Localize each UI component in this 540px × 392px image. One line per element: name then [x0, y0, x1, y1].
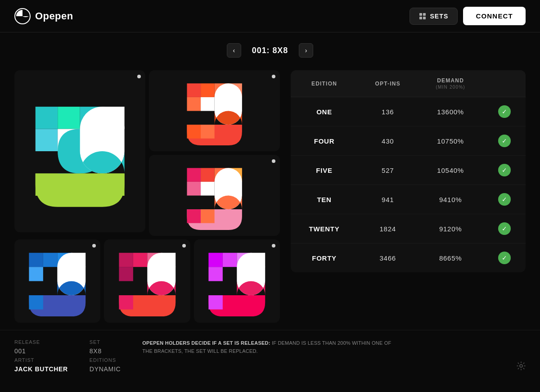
- app-title: Opepen: [35, 10, 73, 22]
- table-row: ONE 136 13600% ✓: [291, 97, 526, 126]
- header-actions: SETS CONNECT: [410, 7, 526, 25]
- art-svg-5: [111, 246, 184, 316]
- check-icon: ✓: [498, 222, 511, 235]
- table-row: TWENTY 1824 9120% ✓: [291, 214, 526, 243]
- demand-cell: 8665%: [418, 243, 483, 273]
- table-row: TEN 941 9410% ✓: [291, 185, 526, 214]
- svg-rect-38: [133, 253, 147, 267]
- set-value: 8X8: [90, 347, 121, 355]
- page-navigation: ‹ 001: 8X8 ›: [0, 32, 540, 67]
- footer-bar: RELEASE 001 ARTIST JACK BUTCHER SET 8X8 …: [0, 330, 540, 380]
- svg-rect-47: [208, 267, 222, 281]
- optins-cell: 941: [358, 185, 418, 214]
- next-button[interactable]: ›: [299, 43, 313, 58]
- sets-button[interactable]: SETS: [410, 8, 458, 25]
- status-cell: ✓: [483, 97, 526, 126]
- svg-rect-35: [29, 267, 43, 281]
- art-card-bot-1[interactable]: [14, 239, 100, 323]
- editions-value: DYNAMIC: [90, 365, 121, 373]
- demand-cell: 9120%: [418, 214, 483, 243]
- optins-cell: 136: [358, 97, 418, 126]
- status-cell: ✓: [483, 214, 526, 243]
- footer-description: OPEPEN HOLDERS DECIDE IF A SET IS RELEAS…: [142, 339, 394, 355]
- art-svg-6: [200, 246, 274, 316]
- art-card-top-right[interactable]: [149, 70, 280, 151]
- svg-rect-23: [187, 168, 201, 182]
- logo-area: Opepen: [14, 8, 73, 24]
- svg-rect-31: [29, 253, 43, 267]
- artist-value: JACK BUTCHER: [14, 365, 68, 373]
- table-row: FIVE 527 10540% ✓: [291, 156, 526, 185]
- main-content: EDITION OPT-INS DEMAND (MIN 200%) ONE 13…: [0, 67, 540, 323]
- release-value: 001: [14, 347, 68, 355]
- top-grid: [14, 70, 280, 239]
- svg-rect-48: [208, 295, 222, 309]
- svg-rect-1: [419, 13, 422, 16]
- art-svg-3: [159, 161, 270, 230]
- table-area: EDITION OPT-INS DEMAND (MIN 200%) ONE 13…: [291, 70, 526, 323]
- table-row: FORTY 3466 8665% ✓: [291, 243, 526, 273]
- dot-indicator-2: [272, 75, 275, 78]
- check-icon: ✓: [498, 164, 511, 176]
- art-card-mid-right[interactable]: [149, 155, 280, 236]
- editions-label: EDITIONS: [90, 357, 121, 363]
- art-main-svg: [24, 82, 135, 220]
- svg-rect-15: [187, 83, 201, 97]
- dot-indicator: [137, 75, 141, 78]
- status-cell: ✓: [483, 126, 526, 156]
- status-cell: ✓: [483, 243, 526, 273]
- footer-left: RELEASE 001 ARTIST JACK BUTCHER SET 8X8 …: [14, 339, 121, 373]
- svg-rect-4: [423, 17, 426, 19]
- check-icon: ✓: [498, 252, 511, 264]
- demand-table: EDITION OPT-INS DEMAND (MIN 200%) ONE 13…: [291, 70, 526, 272]
- svg-rect-2: [423, 13, 426, 16]
- svg-rect-37: [119, 253, 133, 267]
- logo-icon: [14, 8, 31, 24]
- svg-rect-30: [201, 209, 215, 223]
- svg-rect-36: [29, 295, 43, 309]
- art-svg-2: [159, 77, 270, 145]
- svg-rect-27: [187, 181, 201, 195]
- svg-rect-21: [187, 125, 201, 139]
- status-cell: ✓: [483, 156, 526, 185]
- svg-rect-22: [201, 125, 215, 139]
- set-label: SET: [90, 339, 121, 345]
- art-card-main[interactable]: [14, 70, 145, 232]
- grid-icon: [419, 13, 426, 20]
- demand-cell: 9410%: [418, 185, 483, 214]
- col-optins: OPT-INS: [358, 70, 418, 97]
- col-status: [483, 70, 526, 97]
- settings-icon[interactable]: [517, 361, 526, 373]
- art-card-bot-2[interactable]: [104, 239, 190, 323]
- check-icon: ✓: [498, 105, 511, 118]
- demand-cell: 13600%: [418, 97, 483, 126]
- svg-rect-6: [58, 107, 80, 129]
- svg-rect-3: [419, 17, 422, 19]
- dot-indicator-3: [272, 159, 275, 163]
- connect-button[interactable]: CONNECT: [463, 7, 526, 25]
- artist-label: ARTIST: [14, 357, 68, 363]
- optins-cell: 527: [358, 156, 418, 185]
- optins-cell: 1824: [358, 214, 418, 243]
- optins-cell: 3466: [358, 243, 418, 273]
- table-row: FOUR 430 10750% ✓: [291, 126, 526, 156]
- page-title: 001: 8X8: [252, 46, 288, 55]
- col-edition: EDITION: [291, 70, 358, 97]
- check-icon: ✓: [498, 193, 511, 206]
- check-icon: ✓: [498, 135, 511, 147]
- prev-button[interactable]: ‹: [227, 43, 241, 58]
- dot-indicator-6: [272, 244, 275, 248]
- art-card-bot-3[interactable]: [194, 239, 280, 323]
- svg-rect-42: [119, 295, 133, 309]
- dot-indicator-5: [182, 244, 186, 248]
- edition-cell: TEN: [291, 185, 358, 214]
- svg-rect-24: [201, 168, 215, 182]
- demand-cell: 10750%: [418, 126, 483, 156]
- svg-rect-9: [36, 129, 58, 151]
- status-cell: ✓: [483, 185, 526, 214]
- svg-rect-29: [187, 209, 201, 223]
- svg-point-49: [520, 365, 522, 367]
- edition-cell: FOUR: [291, 126, 358, 156]
- image-grid-area: [14, 70, 280, 323]
- svg-rect-19: [187, 97, 201, 111]
